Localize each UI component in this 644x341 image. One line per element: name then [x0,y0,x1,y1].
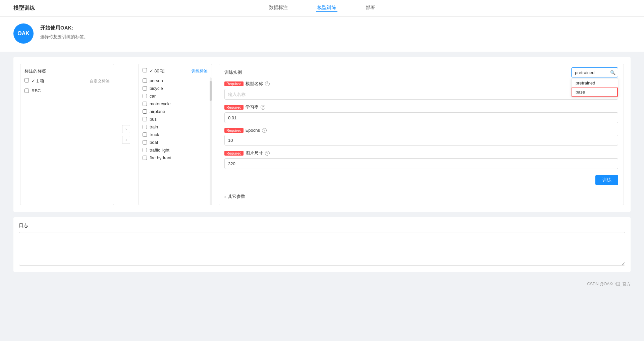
model-name-label-text: 模型名称 [246,81,263,87]
training-labels-header: ✓ 80 项 训练标签 [143,68,208,74]
list-item: bicycle [143,84,208,92]
help-icon-epochs[interactable]: ? [262,128,267,133]
training-label-truck: truck [150,132,159,137]
labels-panel: 标注的标签 ✓ 1 项 自定义标签 RBC [20,64,114,205]
nav-item-model-training[interactable]: 模型训练 [316,5,337,12]
learning-rate-input[interactable] [224,112,618,123]
header: 模型训练 数据标注 模型训练 部署 [0,0,644,17]
list-item: bus [143,115,208,123]
list-item: traffic light [143,146,208,154]
header-nav: 数据标注 模型训练 部署 [268,5,376,12]
required-badge-model-name: Required [224,81,244,86]
training-label-fire-hydrant: fire hydrant [150,155,171,160]
label-item-rbc: RBC [24,87,110,95]
training-labels-panel: ✓ 80 项 训练标签 person bicycle car motorcycl… [138,64,212,205]
move-right-button[interactable]: › [122,125,130,133]
list-item: airplane [143,108,208,115]
help-icon-image-size[interactable]: ? [265,151,270,156]
pretrained-container: 🔍 pretrained base [571,67,618,77]
model-name-input[interactable] [224,89,618,100]
nav-item-deploy[interactable]: 部署 [364,5,376,12]
training-label-traffic-light: traffic light [150,148,169,153]
training-checkbox-boat[interactable] [143,140,147,145]
training-checkbox-truck[interactable] [143,132,147,137]
list-item: train [143,123,208,131]
training-label-bicycle: bicycle [150,86,163,91]
training-label-boat: boat [150,140,158,145]
training-checkbox-motorcycle[interactable] [143,102,147,106]
welcome-text: 开始使用OAK: 选择你想要训练的标签。 [40,23,88,40]
header-title: 模型训练 [13,5,35,12]
image-size-label-text: 图片尺寸 [246,150,263,156]
move-left-button[interactable]: ‹ [122,136,130,144]
settings-title: 训练实例 [224,69,618,75]
list-item: fire hydrant [143,154,208,162]
train-button-container: 训练 [224,174,618,185]
training-label-car: car [150,94,156,99]
dropdown-item-base[interactable]: base [572,88,618,97]
training-label-bus: bus [150,117,157,122]
other-params-section: › 其它参数 [224,190,618,200]
nav-item-data-annotation[interactable]: 数据标注 [268,5,289,12]
training-checkbox-person[interactable] [143,78,147,83]
footer: CSDN @OAK中国_官方 [0,279,644,290]
welcome-section: OAK 开始使用OAK: 选择你想要训练的标签。 [0,17,644,52]
oak-logo: OAK [13,23,34,44]
training-label-train: train [150,124,158,129]
main-content: 标注的标签 ✓ 1 项 自定义标签 RBC › ‹ ✓ 80 项 训练标签 [13,57,631,212]
image-size-group: Required 图片尺寸 ? [224,150,618,169]
list-item: truck [143,131,208,138]
search-icon: 🔍 [610,70,615,75]
list-item: person [143,77,208,84]
training-labels-count: ✓ 80 项 [143,68,165,74]
labels-count: ✓ 1 项 [24,78,44,84]
labels-select-all-checkbox[interactable] [24,78,29,82]
pretrained-input-wrap: 🔍 [571,67,618,77]
log-textarea[interactable] [19,232,625,266]
required-badge-epochs: Required [224,128,244,133]
required-badge-image-size: Required [224,151,244,156]
epochs-input[interactable] [224,135,618,146]
label-text-rbc: RBC [32,88,41,93]
training-settings-panel: 训练实例 🔍 pretrained base Required 模型名称 ? [219,64,624,205]
image-size-label: Required 图片尺寸 ? [224,150,618,156]
training-checkbox-bus[interactable] [143,117,147,121]
arrow-buttons: › ‹ [121,64,131,205]
label-checkbox-rbc[interactable] [24,89,29,93]
training-checkbox-airplane[interactable] [143,109,147,114]
training-labels-select-all[interactable] [143,68,147,72]
welcome-line2: 选择你想要训练的标签。 [40,34,88,40]
model-name-label: Required 模型名称 ? [224,81,618,87]
log-section: 日志 [13,217,631,272]
other-params-label: 其它参数 [228,193,245,200]
help-icon-model-name[interactable]: ? [265,81,270,86]
footer-text: CSDN @OAK中国_官方 [587,282,631,286]
log-title: 日志 [19,223,625,229]
image-size-input[interactable] [224,158,618,169]
model-name-group: Required 模型名称 ? [224,81,618,100]
list-item: boat [143,138,208,146]
epochs-label-text: Epochs [246,128,260,133]
labels-header: ✓ 1 项 自定义标签 [24,78,110,84]
training-checkbox-train[interactable] [143,125,147,129]
epochs-label: Required Epochs ? [224,128,618,133]
learning-rate-group: Required 学习率 ? [224,104,618,123]
training-labels-header-right: 训练标签 [192,68,208,74]
required-badge-learning-rate: Required [224,105,244,110]
help-icon-learning-rate[interactable]: ? [261,105,265,110]
list-item: motorcycle [143,100,208,108]
labels-header-right: 自定义标签 [90,78,110,84]
labels-panel-title: 标注的标签 [24,68,110,74]
training-checkbox-bicycle[interactable] [143,86,147,91]
learning-rate-label: Required 学习率 ? [224,104,618,110]
train-button[interactable]: 训练 [595,175,618,185]
learning-rate-label-text: 学习率 [246,104,259,110]
training-list: person bicycle car motorcycle airplane b… [143,77,208,162]
training-checkbox-fire-hydrant[interactable] [143,156,147,160]
other-params-toggle[interactable]: › 其它参数 [224,193,618,200]
training-label-airplane: airplane [150,109,165,114]
dropdown-item-pretrained[interactable]: pretrained [572,78,618,88]
training-checkbox-traffic-light[interactable] [143,148,147,152]
chevron-right-icon: › [224,194,226,199]
training-checkbox-car[interactable] [143,94,147,98]
